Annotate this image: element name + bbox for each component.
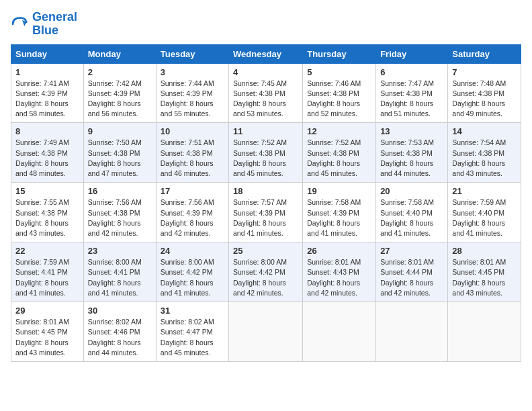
sunset-label: Sunset: 4:38 PM <box>452 89 504 97</box>
day-number: 16 <box>88 186 152 196</box>
day-number: 8 <box>15 126 79 136</box>
daylight-label: Daylight: 8 hours and 45 minutes. <box>307 159 360 177</box>
sunrise-label: Sunrise: 7:52 AM <box>307 138 361 146</box>
sunrise-label: Sunrise: 7:45 AM <box>233 79 287 87</box>
sunrise-label: Sunrise: 8:02 AM <box>88 318 142 326</box>
daylight-label: Daylight: 8 hours and 43 minutes. <box>15 219 69 237</box>
daylight-label: Daylight: 8 hours and 41 minutes. <box>15 279 69 297</box>
daylight-label: Daylight: 8 hours and 41 minutes. <box>88 279 141 297</box>
weekday-header-thursday: Thursday <box>303 44 376 63</box>
sunrise-label: Sunrise: 7:42 AM <box>88 79 142 87</box>
sunrise-label: Sunrise: 7:59 AM <box>452 198 506 206</box>
day-number: 1 <box>15 67 79 77</box>
day-number: 23 <box>88 246 152 256</box>
sunset-label: Sunset: 4:41 PM <box>88 268 140 276</box>
sunset-label: Sunset: 4:39 PM <box>161 89 213 97</box>
daylight-label: Daylight: 8 hours and 42 minutes. <box>307 279 360 297</box>
daylight-label: Daylight: 8 hours and 52 minutes. <box>307 99 360 118</box>
sunrise-label: Sunrise: 8:00 AM <box>161 258 214 266</box>
day-number: 11 <box>233 126 298 136</box>
sunrise-label: Sunrise: 7:55 AM <box>15 198 69 206</box>
day-number: 6 <box>380 67 443 77</box>
day-number: 2 <box>88 67 152 77</box>
calendar-cell: 23 Sunrise: 8:00 AM Sunset: 4:41 PM Dayl… <box>83 242 156 302</box>
sunset-label: Sunset: 4:38 PM <box>15 209 68 217</box>
weekday-header-tuesday: Tuesday <box>156 44 228 63</box>
calendar-cell: 1 Sunrise: 7:41 AM Sunset: 4:39 PM Dayli… <box>11 63 84 123</box>
sunrise-label: Sunrise: 7:52 AM <box>233 138 287 146</box>
calendar-cell: 27 Sunrise: 8:01 AM Sunset: 4:44 PM Dayl… <box>376 242 448 302</box>
calendar-header-row: SundayMondayTuesdayWednesdayThursdayFrid… <box>11 44 521 63</box>
calendar-cell: 8 Sunrise: 7:49 AM Sunset: 4:38 PM Dayli… <box>11 123 84 183</box>
day-number: 15 <box>15 186 79 196</box>
day-number: 5 <box>307 67 371 77</box>
calendar-cell <box>303 302 376 362</box>
calendar-cell: 30 Sunrise: 8:02 AM Sunset: 4:46 PM Dayl… <box>83 302 156 362</box>
day-info: Sunrise: 7:54 AM Sunset: 4:38 PM Dayligh… <box>452 138 517 179</box>
sunset-label: Sunset: 4:40 PM <box>452 209 504 217</box>
day-number: 28 <box>452 246 517 256</box>
sunrise-label: Sunrise: 8:01 AM <box>380 258 434 266</box>
calendar-cell: 28 Sunrise: 8:01 AM Sunset: 4:45 PM Dayl… <box>448 242 521 302</box>
calendar-cell: 4 Sunrise: 7:45 AM Sunset: 4:38 PM Dayli… <box>229 63 303 123</box>
sunset-label: Sunset: 4:38 PM <box>233 89 285 97</box>
daylight-label: Daylight: 8 hours and 58 minutes. <box>15 99 69 118</box>
day-info: Sunrise: 7:45 AM Sunset: 4:38 PM Dayligh… <box>233 79 298 120</box>
day-info: Sunrise: 7:49 AM Sunset: 4:38 PM Dayligh… <box>15 138 79 179</box>
sunrise-label: Sunrise: 8:00 AM <box>233 258 287 266</box>
calendar-cell <box>376 302 448 362</box>
day-number: 20 <box>380 186 443 196</box>
calendar-cell: 26 Sunrise: 8:01 AM Sunset: 4:43 PM Dayl… <box>303 242 376 302</box>
calendar-cell: 10 Sunrise: 7:51 AM Sunset: 4:38 PM Dayl… <box>156 123 228 183</box>
weekday-header-friday: Friday <box>376 44 448 63</box>
day-number: 29 <box>15 306 79 316</box>
day-number: 25 <box>233 246 298 256</box>
day-number: 4 <box>233 67 298 77</box>
day-number: 31 <box>161 306 224 316</box>
calendar-cell: 20 Sunrise: 7:58 AM Sunset: 4:40 PM Dayl… <box>376 183 448 242</box>
sunrise-label: Sunrise: 7:58 AM <box>307 198 361 206</box>
calendar-cell: 16 Sunrise: 7:56 AM Sunset: 4:38 PM Dayl… <box>83 183 156 242</box>
daylight-label: Daylight: 8 hours and 43 minutes. <box>452 159 505 177</box>
daylight-label: Daylight: 8 hours and 43 minutes. <box>452 279 505 297</box>
sunset-label: Sunset: 4:39 PM <box>307 209 359 217</box>
calendar-cell: 2 Sunrise: 7:42 AM Sunset: 4:39 PM Dayli… <box>83 63 156 123</box>
calendar-cell: 19 Sunrise: 7:58 AM Sunset: 4:39 PM Dayl… <box>303 183 376 242</box>
day-number: 21 <box>452 186 517 196</box>
weekday-header-saturday: Saturday <box>448 44 521 63</box>
sunrise-label: Sunrise: 8:01 AM <box>15 318 69 326</box>
day-info: Sunrise: 8:02 AM Sunset: 4:47 PM Dayligh… <box>161 317 224 358</box>
daylight-label: Daylight: 8 hours and 41 minutes. <box>233 219 286 237</box>
sunset-label: Sunset: 4:40 PM <box>380 209 433 217</box>
daylight-label: Daylight: 8 hours and 42 minutes. <box>161 219 214 237</box>
day-info: Sunrise: 7:56 AM Sunset: 4:39 PM Dayligh… <box>161 197 224 238</box>
calendar-cell: 11 Sunrise: 7:52 AM Sunset: 4:38 PM Dayl… <box>229 123 303 183</box>
daylight-label: Daylight: 8 hours and 42 minutes. <box>233 279 286 297</box>
calendar-body: 1 Sunrise: 7:41 AM Sunset: 4:39 PM Dayli… <box>11 63 521 361</box>
sunrise-label: Sunrise: 7:47 AM <box>380 79 434 87</box>
sunset-label: Sunset: 4:38 PM <box>380 89 433 97</box>
weekday-header-monday: Monday <box>83 44 156 63</box>
calendar-week-row: 8 Sunrise: 7:49 AM Sunset: 4:38 PM Dayli… <box>11 123 521 183</box>
sunset-label: Sunset: 4:45 PM <box>15 328 68 336</box>
calendar-cell <box>448 302 521 362</box>
sunset-label: Sunset: 4:38 PM <box>307 149 359 157</box>
sunrise-label: Sunrise: 7:56 AM <box>88 198 142 206</box>
sunrise-label: Sunrise: 8:01 AM <box>307 258 361 266</box>
day-info: Sunrise: 8:02 AM Sunset: 4:46 PM Dayligh… <box>88 317 152 358</box>
calendar-cell: 22 Sunrise: 7:59 AM Sunset: 4:41 PM Dayl… <box>11 242 84 302</box>
sunset-label: Sunset: 4:39 PM <box>161 209 213 217</box>
daylight-label: Daylight: 8 hours and 44 minutes. <box>380 159 433 177</box>
day-number: 24 <box>161 246 224 256</box>
day-number: 30 <box>88 306 152 316</box>
sunset-label: Sunset: 4:39 PM <box>15 89 68 97</box>
weekday-header-sunday: Sunday <box>11 44 84 63</box>
sunrise-label: Sunrise: 7:51 AM <box>161 138 214 146</box>
calendar-cell: 21 Sunrise: 7:59 AM Sunset: 4:40 PM Dayl… <box>448 183 521 242</box>
daylight-label: Daylight: 8 hours and 48 minutes. <box>15 159 69 177</box>
calendar-cell: 9 Sunrise: 7:50 AM Sunset: 4:38 PM Dayli… <box>83 123 156 183</box>
day-info: Sunrise: 7:53 AM Sunset: 4:38 PM Dayligh… <box>380 138 443 179</box>
sunrise-label: Sunrise: 7:41 AM <box>15 79 69 87</box>
sunrise-label: Sunrise: 8:01 AM <box>452 258 506 266</box>
day-info: Sunrise: 7:59 AM Sunset: 4:41 PM Dayligh… <box>15 257 79 298</box>
